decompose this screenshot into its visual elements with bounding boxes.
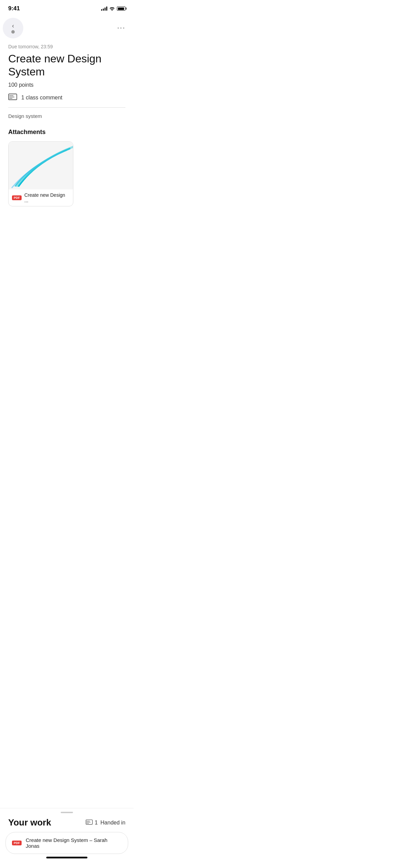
status-icons — [101, 7, 125, 11]
points-label: 100 points — [8, 82, 125, 88]
back-button[interactable]: ‹ — [3, 18, 23, 38]
main-content: Due tomorrow, 23:59 Create new Design Sy… — [0, 41, 134, 217]
back-dot — [11, 30, 15, 34]
attachment-label: PDF Create new Design ... — [9, 190, 73, 206]
description-text: Design system — [8, 113, 125, 119]
comment-icon — [8, 94, 18, 102]
assignment-title: Create new Design System — [8, 52, 125, 79]
comments-row[interactable]: 1 class comment — [8, 94, 125, 102]
section-divider — [8, 107, 125, 108]
more-button[interactable]: ··· — [114, 21, 128, 35]
pdf-badge: PDF — [12, 195, 22, 200]
due-date: Due tomorrow, 23:59 — [8, 44, 125, 49]
signal-icon — [101, 7, 107, 11]
status-time: 9:41 — [8, 5, 20, 12]
attachment-card[interactable]: PDF Create new Design ... — [8, 141, 73, 206]
attachment-preview — [9, 142, 73, 190]
back-arrow-icon: ‹ — [12, 23, 14, 29]
attachments-heading: Attachments — [8, 129, 125, 136]
class-comment-text: 1 class comment — [21, 95, 62, 101]
battery-icon — [117, 7, 125, 11]
wifi-icon — [109, 7, 115, 11]
nav-bar: ‹ ··· — [0, 15, 134, 41]
attachment-filename: Create new Design ... — [24, 192, 70, 203]
status-bar: 9:41 — [0, 0, 134, 15]
